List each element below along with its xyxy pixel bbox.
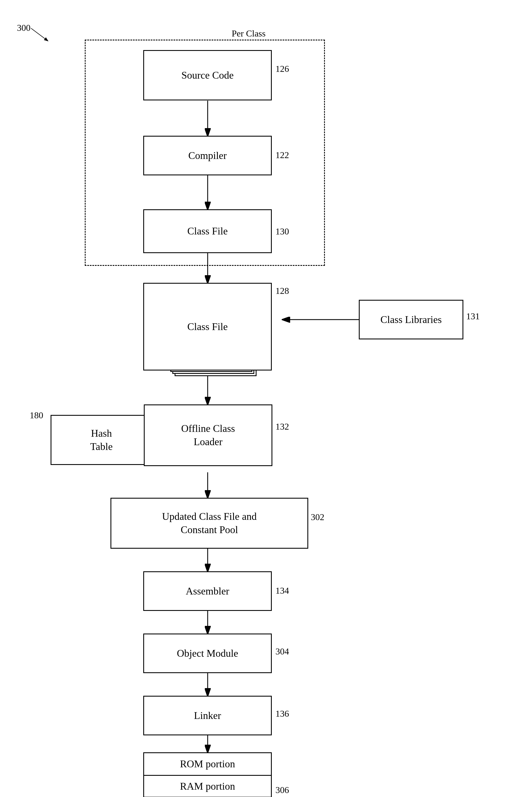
- rom-portion-box: ROM portion: [143, 752, 272, 775]
- per-class-label: Per Class: [232, 28, 266, 39]
- compiler-label: Compiler: [188, 149, 227, 162]
- linker-box: Linker: [143, 696, 272, 735]
- source-code-ref: 126: [276, 64, 289, 74]
- hash-table-ref: 180: [30, 410, 43, 420]
- hash-table-box: Hash Table: [51, 415, 152, 465]
- svg-line-13: [31, 28, 48, 41]
- class-file-top-label: Class File: [187, 224, 228, 238]
- hash-table-label: Hash Table: [90, 427, 112, 453]
- class-file-stack-ref: 128: [276, 286, 289, 296]
- class-file-top-box: Class File: [143, 209, 272, 253]
- rom-portion-label: ROM portion: [180, 757, 235, 771]
- class-libraries-label: Class Libraries: [381, 313, 442, 326]
- assembler-box: Assembler: [143, 571, 272, 611]
- linker-label: Linker: [194, 709, 221, 722]
- source-code-label: Source Code: [182, 69, 234, 82]
- diagram-number-label: 300: [17, 23, 31, 33]
- updated-class-file-label: Updated Class File and Constant Pool: [162, 510, 257, 537]
- source-code-box: Source Code: [143, 50, 272, 101]
- updated-class-file-ref: 302: [311, 512, 324, 522]
- assembler-ref: 134: [276, 585, 289, 596]
- diagram-arrow: [30, 27, 52, 44]
- class-file-stack-box: Class File: [143, 283, 272, 370]
- class-libraries-box: Class Libraries: [359, 300, 463, 339]
- updated-class-file-box: Updated Class File and Constant Pool: [111, 498, 308, 549]
- object-module-box: Object Module: [143, 634, 272, 673]
- object-module-label: Object Module: [177, 647, 238, 660]
- class-libraries-ref: 131: [466, 311, 480, 322]
- assembler-label: Assembler: [186, 585, 229, 598]
- class-file-top-ref: 130: [276, 226, 289, 237]
- linker-ref: 136: [276, 708, 289, 719]
- compiler-ref: 122: [276, 150, 289, 160]
- object-module-ref: 304: [276, 646, 289, 657]
- rom-ram-ref: 306: [276, 785, 289, 795]
- compiler-box: Compiler: [143, 136, 272, 175]
- offline-class-loader-ref: 132: [276, 421, 289, 432]
- ram-portion-label: RAM portion: [180, 780, 235, 793]
- class-file-stack-label: Class File: [187, 320, 228, 333]
- ram-portion-box: RAM portion: [143, 775, 272, 797]
- diagram: 300 Per Class Source Code 126 Compiler 1…: [0, 0, 532, 797]
- offline-class-loader-label: Offline Class Loader: [181, 422, 235, 449]
- offline-class-loader-box: Offline Class Loader: [144, 404, 272, 466]
